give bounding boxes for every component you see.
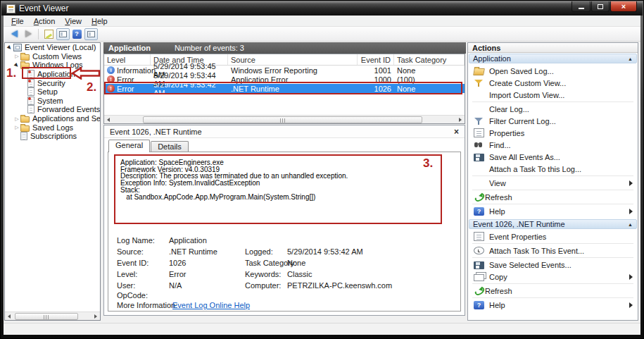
actions-pane: Actions Application ▲ Open Saved Log... …	[467, 42, 638, 321]
action-save-selected-events[interactable]: Save Selected Events...	[468, 259, 638, 271]
tree-item-applications-and-services-logs[interactable]: Applications and Services Lo	[5, 114, 100, 123]
show-hide-action-pane-button[interactable]	[84, 27, 98, 40]
folder-icon	[20, 116, 30, 123]
list-horizontal-scrollbar[interactable]	[104, 115, 465, 123]
collapse-icon[interactable]: ▲	[628, 56, 633, 61]
information-icon: i	[107, 66, 115, 74]
action-import-custom-view[interactable]: Import Custom View...	[468, 89, 638, 101]
tree-item-subscriptions[interactable]: Subscriptions	[5, 132, 100, 141]
action-attach-task-to-event[interactable]: Attach Task To This Event...	[468, 245, 638, 257]
action-copy[interactable]: Copy	[468, 271, 638, 283]
tree-item-saved-logs[interactable]: Saved Logs	[5, 123, 100, 132]
tree-item-custom-views[interactable]: Custom Views	[5, 52, 100, 61]
scroll-right-icon[interactable]	[457, 116, 464, 123]
expander-closed-icon[interactable]	[13, 125, 20, 130]
menu-file[interactable]: File	[6, 16, 29, 26]
actions-section-event-1026[interactable]: Event 1026, .NET Runtime ▲	[469, 219, 637, 229]
menu-help[interactable]: Help	[87, 16, 113, 26]
scroll-left-icon[interactable]	[105, 116, 112, 123]
tree-item-setup[interactable]: Setup	[5, 87, 100, 97]
folder-icon	[20, 125, 30, 132]
maximize-button[interactable]	[591, 1, 610, 12]
action-attach-task-to-log[interactable]: Attach a Task To this Log...	[468, 163, 638, 175]
table-row-selected[interactable]: !Error 5/29/2014 9:53:42 AM .NET Runtime…	[104, 84, 465, 93]
detail-close-icon[interactable]: ×	[454, 127, 459, 137]
properties-icon	[474, 128, 484, 137]
action-pane-icon	[87, 31, 95, 37]
help-icon: ?	[72, 30, 82, 39]
action-help[interactable]: Help	[468, 205, 638, 217]
blank-icon	[474, 104, 484, 113]
actions-section-application[interactable]: Application ▲	[469, 54, 637, 63]
tree-item-forwarded-events[interactable]: Forwarded Events	[5, 105, 100, 114]
tree-item-windows-logs[interactable]: Windows Logs	[5, 61, 100, 70]
field-log-name: Log Name:Application	[108, 236, 460, 246]
action-properties[interactable]: Properties	[468, 127, 638, 139]
detail-tabs: General Details	[108, 139, 189, 152]
close-button[interactable]: ×	[610, 1, 637, 12]
action-filter-current-log[interactable]: Filter Current Log...	[468, 115, 638, 127]
collapse-icon[interactable]: ▲	[628, 222, 633, 227]
column-source[interactable]: Source	[228, 54, 358, 65]
results-pane: Application Number of events: 3 Level Da…	[103, 42, 466, 321]
action-open-saved-log[interactable]: Open Saved Log...	[468, 65, 638, 77]
tree-item-system[interactable]: System	[5, 97, 100, 106]
submenu-arrow-icon	[629, 274, 633, 280]
forward-button[interactable]	[21, 27, 35, 40]
action-event-properties[interactable]: Event Properties	[468, 230, 638, 242]
scroll-left-icon[interactable]	[6, 313, 13, 320]
event-list: Level Date and Time Source Event ID Task…	[103, 54, 465, 124]
tab-general[interactable]: General	[108, 140, 150, 152]
actions-divider	[472, 101, 633, 102]
column-task-category[interactable]: Task Category	[394, 54, 465, 65]
action-find[interactable]: Find...	[468, 139, 638, 151]
action-view[interactable]: View	[468, 177, 638, 189]
action-help-event[interactable]: Help	[468, 299, 638, 311]
blank-icon	[474, 178, 484, 187]
action-refresh-event[interactable]: Refresh	[468, 285, 638, 297]
menu-action[interactable]: Action	[29, 16, 61, 26]
tree-item-application[interactable]: Application	[5, 70, 100, 79]
tree-item-security[interactable]: Security	[5, 78, 100, 87]
error-icon: !	[107, 75, 115, 83]
column-event-id[interactable]: Event ID	[358, 54, 394, 65]
expander-closed-icon[interactable]	[13, 54, 20, 58]
toolbar: ?	[4, 27, 640, 42]
titlebar[interactable]: Event Viewer ×	[1, 1, 643, 16]
event-log-icon	[27, 97, 34, 105]
find-icon	[474, 140, 484, 149]
scroll-right-icon[interactable]	[92, 313, 99, 320]
scroll-thumb[interactable]	[143, 116, 422, 123]
submenu-arrow-icon	[629, 180, 633, 186]
subscriptions-icon	[20, 132, 27, 140]
column-level[interactable]: Level	[104, 54, 151, 65]
actions-divider	[472, 175, 633, 176]
menu-view[interactable]: View	[60, 16, 87, 26]
tab-details[interactable]: Details	[151, 141, 189, 152]
action-clear-log[interactable]: Clear Log...	[468, 103, 638, 115]
action-create-custom-view[interactable]: Create Custom View...	[468, 77, 638, 89]
task-clock-icon	[474, 247, 484, 254]
export-log-button[interactable]	[42, 27, 56, 40]
event-log-online-help-link[interactable]: Event Log Online Help	[172, 301, 250, 309]
help-button[interactable]: ?	[70, 27, 84, 40]
event-log-icon	[27, 79, 34, 87]
event-viewer-app-icon	[6, 4, 15, 13]
tree-root-event-viewer-local[interactable]: Event Viewer (Local)	[5, 43, 100, 52]
scroll-thumb[interactable]	[15, 313, 78, 320]
back-icon	[11, 30, 18, 37]
filter-yellow-icon	[474, 78, 484, 87]
events-count: Number of events: 3	[175, 44, 244, 52]
minimize-button[interactable]	[572, 1, 591, 12]
actions-divider	[472, 204, 633, 204]
show-hide-console-tree-button[interactable]	[56, 27, 70, 40]
action-refresh[interactable]: Refresh	[468, 191, 638, 203]
actions-divider	[472, 257, 633, 258]
action-save-all-events-as[interactable]: Save All Events As...	[468, 151, 638, 163]
event-log-icon	[27, 87, 34, 96]
folder-icon	[20, 63, 30, 69]
expander-closed-icon[interactable]	[13, 116, 20, 121]
event-viewer-root-icon	[13, 44, 22, 51]
tree-horizontal-scrollbar[interactable]	[5, 312, 100, 320]
back-button[interactable]	[7, 27, 21, 40]
